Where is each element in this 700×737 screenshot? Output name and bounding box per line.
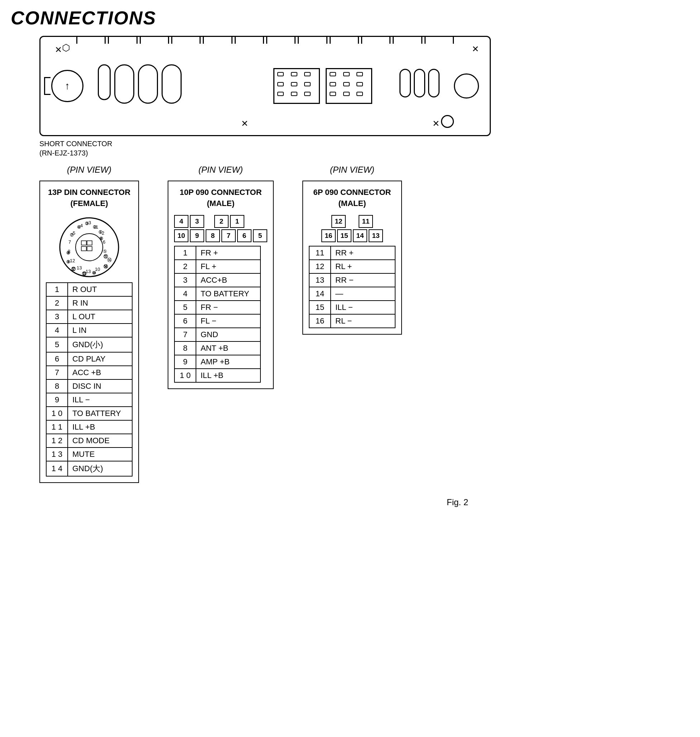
device-diagram: ⬡ ✕ ↑ ✕ (40, 36, 505, 136)
svg-text:13: 13 (85, 269, 91, 274)
connector-10p-title: 10P 090 CONNECTOR (MALE) (174, 187, 267, 209)
pin-label: GND (196, 328, 260, 341)
table-row: 1 4GND(大) (46, 461, 132, 476)
connector-13p-container: 13P DIN CONNECTOR (FEMALE) 1 2 (40, 181, 139, 483)
pin-label: — (331, 287, 395, 301)
pin-views-section: (PIN VIEW) 13P DIN CONNECTOR (FEMALE) (11, 165, 689, 487)
pin-label: MUTE (68, 447, 132, 461)
table-row: 8DISC IN (46, 380, 132, 393)
table-row: 1 3MUTE (46, 447, 132, 461)
svg-text:⑭: ⑭ (103, 264, 108, 269)
table-row: 1FR + (175, 246, 260, 260)
table-row: 15ILL − (309, 301, 395, 314)
x-mark-bottom-right: ✕ (432, 119, 440, 129)
pin-number: 14 (309, 287, 331, 301)
connector-10p-block: (PIN VIEW) 10P 090 CONNECTOR (MALE) 4 3 … (168, 165, 274, 393)
din-circle-diagram: 1 2 3 4 5 7 8 6 ⑤ 12 13 13 10 ⑭ ② (57, 215, 121, 280)
svg-text:6: 6 (103, 239, 105, 245)
pin-number: 4 (46, 324, 68, 337)
pin-label: ACC +B (68, 366, 132, 380)
pin-number: 5 (175, 301, 196, 314)
pin-label: GND(小) (68, 337, 132, 352)
right-slots (399, 69, 440, 97)
svg-text:③: ③ (85, 221, 89, 226)
connector-6p-table: 11RR +12RL +13RR −14—15ILL −16RL − (309, 246, 396, 328)
svg-text:⑥: ⑥ (99, 236, 103, 241)
pin-label: ANT +B (196, 341, 260, 355)
svg-text:⑦: ⑦ (70, 232, 74, 238)
pin-view-label-6p: (PIN VIEW) (330, 165, 374, 175)
pin-number: 7 (175, 328, 196, 341)
table-row: 8ANT +B (175, 341, 260, 355)
table-row: 9ILL − (46, 393, 132, 407)
pin-number: 9 (46, 393, 68, 407)
pin-number: 12 (309, 260, 331, 274)
pin-number: 1 3 (46, 447, 68, 461)
pin-number: 16 (309, 314, 331, 328)
pin-number: 1 (175, 246, 196, 260)
pin-label: TO BATTERY (68, 407, 132, 420)
pin-number: 8 (175, 341, 196, 355)
pin-label: CD PLAY (68, 352, 132, 366)
svg-text:①: ① (99, 229, 103, 235)
table-row: 3ACC+B (175, 274, 260, 287)
svg-point-0 (60, 218, 119, 277)
connector-6p-container: 6P 090 CONNECTOR (MALE) 12 11 16 15 14 1… (302, 181, 402, 335)
pin-number: 1 0 (46, 407, 68, 420)
x-mark-right-top: ✕ (472, 44, 479, 54)
pin-label: R IN (68, 296, 132, 310)
svg-rect-4 (81, 247, 86, 251)
connector-13p-title: 13P DIN CONNECTOR (FEMALE) (46, 187, 132, 209)
pin-label: CD MODE (68, 434, 132, 447)
pin-label: DISC IN (68, 380, 132, 393)
hex-bolt: ⬡ (62, 42, 73, 53)
pin-number: 1 4 (46, 461, 68, 476)
svg-text:⑨: ⑨ (66, 259, 70, 265)
svg-text:12: 12 (70, 258, 75, 263)
table-row: 5GND(小) (46, 337, 132, 352)
pin-label: ILL +B (196, 369, 260, 382)
pin-label: GND(大) (68, 461, 132, 476)
table-row: 7ACC +B (46, 366, 132, 380)
table-row: 1 0TO BATTERY (46, 407, 132, 420)
pin-number: 3 (46, 310, 68, 324)
svg-rect-2 (81, 241, 86, 245)
fig-label: Fig. 2 (226, 497, 689, 508)
x-mark-left: ✕ (55, 45, 62, 55)
6p-grid-diagram: 12 11 16 15 14 13 (321, 215, 383, 242)
svg-point-1 (76, 234, 103, 261)
connector-6p-title: 6P 090 CONNECTOR (MALE) (309, 187, 396, 209)
table-row: 16RL − (309, 314, 395, 328)
svg-text:⑫: ⑫ (71, 266, 76, 272)
table-row: 6CD PLAY (46, 352, 132, 366)
pin-number: 11 (309, 246, 331, 260)
page-title: CONNECTIONS (11, 7, 689, 29)
table-row: 2R IN (46, 296, 132, 310)
pin-number: 6 (46, 352, 68, 366)
pin-label: FR + (196, 246, 260, 260)
pin-number: 7 (46, 366, 68, 380)
table-row: 1 0ILL +B (175, 369, 260, 382)
table-row: 7GND (175, 328, 260, 341)
device-outer: ⬡ ✕ ↑ ✕ (40, 36, 491, 136)
pin-label: FR − (196, 301, 260, 314)
connector-6p-block: (PIN VIEW) 6P 090 CONNECTOR (MALE) 12 11… (302, 165, 402, 338)
center-connectors (274, 68, 372, 104)
connector-box-right (326, 68, 372, 104)
10p-grid-diagram: 4 3 2 1 10 9 8 7 6 5 (174, 215, 267, 242)
table-row: 5FR − (175, 301, 260, 314)
pin-view-label-13p: (PIN VIEW) (67, 165, 112, 175)
table-row: 9AMP +B (175, 355, 260, 369)
pin-number: 2 (175, 260, 196, 274)
table-row: 1 2CD MODE (46, 434, 132, 447)
connector-13p-table: 1R OUT2R IN3L OUT4L IN5GND(小)6CD PLAY7AC… (46, 282, 132, 477)
pin-label: ILL +B (68, 420, 132, 434)
short-connector-label: SHORT CONNECTOR (RN-EJZ-1373) (40, 139, 112, 157)
pin-label: RL + (331, 260, 395, 274)
svg-rect-3 (87, 241, 92, 245)
pin-label: AMP +B (196, 355, 260, 369)
pin-number: 13 (309, 274, 331, 287)
connector-10p-container: 10P 090 CONNECTOR (MALE) 4 3 2 1 10 9 8 … (168, 181, 274, 389)
pin-number: 4 (175, 287, 196, 301)
pin-view-label-10p: (PIN VIEW) (199, 165, 243, 175)
